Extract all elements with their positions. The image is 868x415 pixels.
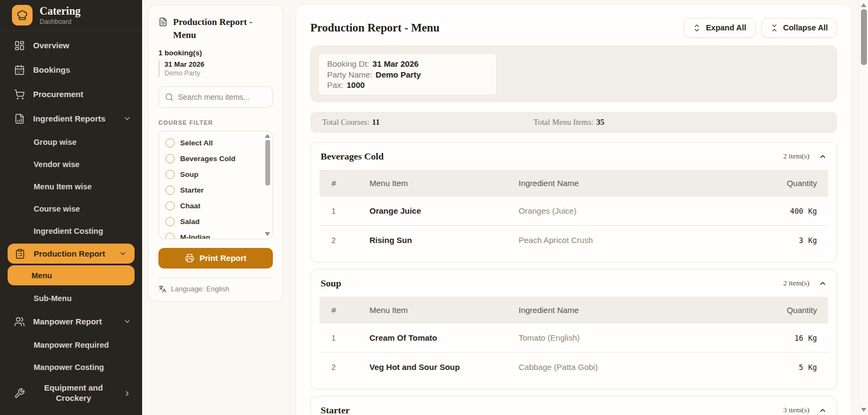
sidebar-item-overview[interactable]: Overview <box>0 33 142 58</box>
scrollbar-thumb[interactable] <box>861 9 867 65</box>
sidebar-item-label: Procurement <box>33 90 84 99</box>
course-option-label: Select All <box>180 139 213 147</box>
print-report-button[interactable]: Print Report <box>158 248 273 269</box>
course-list-scrollbar[interactable] <box>264 132 271 238</box>
scroll-down-arrow-icon[interactable] <box>265 232 270 236</box>
sidebar-item-course-wise[interactable]: Course wise <box>0 197 142 220</box>
chevron-up-icon[interactable] <box>819 279 827 288</box>
sidebar-item-vendor-wise[interactable]: Vendor wise <box>0 153 142 175</box>
sidebar-item-menu[interactable]: Menu <box>8 265 135 285</box>
sidebar: Catering Dashboard Overview Bookings Pro… <box>0 0 142 415</box>
booking-date-label: Booking Dt: <box>327 59 369 68</box>
scrollbar-thumb[interactable] <box>265 140 270 186</box>
sidebar-item-ingredient-reports[interactable]: Ingredient Reports <box>0 106 142 131</box>
course-option-starter[interactable]: Starter <box>165 182 263 198</box>
quantity-unit: Kg <box>808 363 817 372</box>
page-scrollbar[interactable] <box>859 0 868 415</box>
menu-item-name: Veg Hot and Sour Soup <box>369 362 519 372</box>
scroll-up-arrow-icon[interactable] <box>265 134 270 138</box>
section-header[interactable]: Soup 2 item(s) <box>311 270 837 297</box>
radio-icon[interactable] <box>165 217 175 226</box>
col-ingredient: Ingredient Name <box>519 305 736 315</box>
radio-icon[interactable] <box>165 154 175 163</box>
menu-items-table: # Menu Item Ingredient Name Quantity 1 O… <box>320 170 828 254</box>
sidebar-item-manpower-report[interactable]: Manpower Report <box>0 309 142 334</box>
chevron-right-icon <box>123 390 131 398</box>
document-icon <box>158 17 168 42</box>
section-header[interactable]: Beverages Cold 2 item(s) <box>311 143 837 170</box>
table-row: 2 Veg Hot and Sour Soup Cabbage (Patta G… <box>320 352 828 381</box>
sidebar-item-manpower-costing[interactable]: Manpower Costing <box>0 356 142 378</box>
page-title: Production Report - Menu <box>310 21 439 35</box>
divider <box>158 277 273 278</box>
sidebar-item-menu-item-wise[interactable]: Menu Item wise <box>0 175 142 197</box>
course-option-select-all[interactable]: Select All <box>165 135 263 151</box>
collapse-vertical-icon <box>770 24 778 32</box>
section-header[interactable]: Starter 3 item(s) <box>311 397 837 415</box>
menu-item-name: Orange Juice <box>369 206 519 215</box>
sidebar-nav: Overview Bookings Procurement Ingredient… <box>0 31 142 408</box>
chevron-up-icon[interactable] <box>819 152 827 161</box>
report-panel: Production Report - Menu Expand All Coll… <box>296 4 852 415</box>
sidebar-item-sub-menu[interactable]: Sub-Menu <box>0 287 142 309</box>
radio-icon[interactable] <box>165 201 175 210</box>
search-input[interactable] <box>178 93 266 101</box>
course-option-label: M-Indian <box>180 233 210 239</box>
radio-icon[interactable] <box>165 170 175 179</box>
booking-entry[interactable]: 31 Mar 2026 Demo Party <box>158 60 273 77</box>
total-courses-value: 11 <box>372 118 380 126</box>
menu-item-name: Rising Sun <box>369 235 519 245</box>
chevron-down-icon <box>123 317 131 325</box>
sidebar-item-label: Vendor wise <box>34 160 80 169</box>
section-item-count: 2 item(s) <box>783 279 809 288</box>
sidebar-item-label: Overview <box>33 41 69 50</box>
quantity-unit: Kg <box>808 334 817 342</box>
section-title: Starter <box>321 405 349 415</box>
app-logo[interactable] <box>12 5 33 25</box>
col-menu-item: Menu Item <box>369 305 519 315</box>
table-row: 2 Rising Sun Peach Apricot Crush 3Kg <box>320 225 828 254</box>
col-quantity: Quantity <box>736 305 817 315</box>
pax-value: 1000 <box>347 80 365 90</box>
total-courses-label: Total Courses: <box>322 118 369 126</box>
radio-icon[interactable] <box>165 138 175 148</box>
course-option-m-indian[interactable]: M-Indian <box>165 229 263 239</box>
language-label: Language: English <box>171 285 229 293</box>
sidebar-item-procurement[interactable]: Procurement <box>0 82 142 106</box>
sidebar-item-bookings[interactable]: Bookings <box>0 58 142 82</box>
section-title: Beverages Cold <box>321 151 384 162</box>
sidebar-item-label: Sub-Menu <box>34 294 72 303</box>
sidebar-item-ingredient-costing[interactable]: Ingredient Costing <box>0 220 142 242</box>
total-menu-items-value: 35 <box>596 118 604 126</box>
scroll-up-arrow-icon[interactable] <box>861 3 866 7</box>
quantity-value: 5 <box>799 363 803 372</box>
search-box[interactable] <box>158 86 273 108</box>
row-index: 2 <box>331 236 369 245</box>
table-row: 1 Cream Of Tomato Tomato (English) 16Kg <box>320 323 828 352</box>
booking-entry-party: Demo Party <box>164 69 273 77</box>
language-row[interactable]: Language: English <box>158 285 273 293</box>
sidebar-item-group-wise[interactable]: Group wise <box>0 131 142 153</box>
wrench-icon <box>14 388 25 399</box>
quantity-value: 16 <box>794 334 803 342</box>
sidebar-item-manpower-required[interactable]: Manpower Required <box>0 334 142 356</box>
expand-all-button[interactable]: Expand All <box>684 18 755 38</box>
sidebar-item-label: Equipment and Crockery <box>33 383 115 404</box>
collapse-all-button[interactable]: Collapse All <box>761 18 837 38</box>
radio-icon[interactable] <box>165 186 175 195</box>
menu-items-table: # Menu Item Ingredient Name Quantity 1 C… <box>320 297 828 381</box>
course-option-soup[interactable]: Soup <box>165 167 263 182</box>
sidebar-item-label: Production Report <box>34 249 105 258</box>
sidebar-item-label: Manpower Costing <box>34 363 104 372</box>
course-option-beverages-cold[interactable]: Beverages Cold <box>165 151 263 167</box>
scroll-down-arrow-icon[interactable] <box>861 408 866 412</box>
course-option-chaat[interactable]: Chaat <box>165 198 263 214</box>
chevron-up-icon[interactable] <box>819 406 827 414</box>
radio-icon[interactable] <box>165 233 175 239</box>
chevron-down-icon <box>123 114 131 123</box>
course-option-salad[interactable]: Salad <box>165 214 263 229</box>
sidebar-item-production-report[interactable]: Production Report <box>8 244 135 264</box>
sidebar-item-equipment-crockery[interactable]: Equipment and Crockery <box>0 378 142 408</box>
row-index: 2 <box>331 363 369 372</box>
sidebar-item-label: Manpower Required <box>34 341 109 349</box>
